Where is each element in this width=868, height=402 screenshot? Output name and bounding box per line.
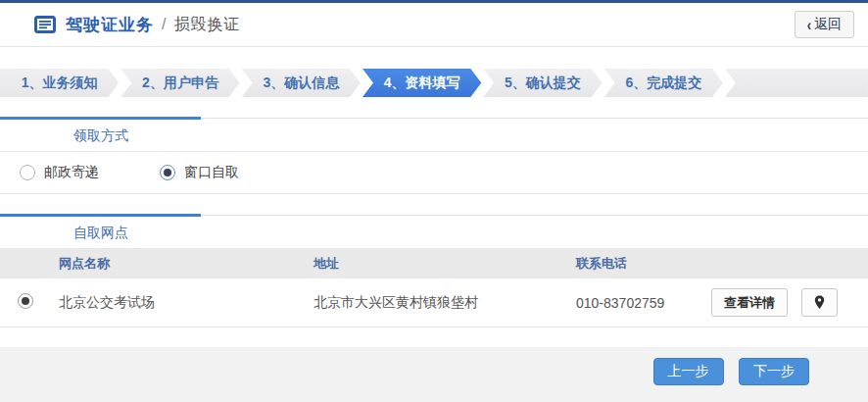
outlet-phone: 010-83702759 <box>576 295 711 311</box>
radio-option-window-pickup[interactable]: 窗口自取 <box>160 164 239 181</box>
outlet-address: 北京市大兴区黄村镇狼垡村 <box>313 294 576 312</box>
back-button-label: 返回 <box>814 16 842 33</box>
radio-postal-label: 邮政寄递 <box>44 164 99 181</box>
outlet-radio-checked-icon[interactable] <box>18 293 33 309</box>
radio-checked-icon[interactable] <box>160 165 175 180</box>
pickup-method-title: 领取方式 <box>0 127 128 143</box>
outlet-select-cell <box>0 293 39 312</box>
page: 驾驶证业务 / 损毁换证 ‹ 返回 1、业务须知 2、用户申告 3、确认信息 4… <box>0 0 868 402</box>
outlets-col-phone: 联系电话 <box>576 255 711 273</box>
pickup-method-section: 领取方式 邮政寄递 窗口自取 <box>0 118 868 194</box>
pickup-outlets-header: 自取网点 <box>0 215 868 249</box>
pickup-method-options: 邮政寄递 窗口自取 <box>0 152 868 194</box>
breadcrumb-separator: / <box>162 16 166 33</box>
outlet-table-row: 北京公交考试场 北京市大兴区黄村镇狼垡村 010-83702759 查看详情 <box>0 278 868 327</box>
step-tab-3[interactable]: 3、确认信息 <box>242 69 361 97</box>
radio-option-postal-delivery[interactable]: 邮政寄递 <box>20 164 99 181</box>
pickup-outlets-title: 自取网点 <box>0 225 128 240</box>
map-pin-button[interactable] <box>801 288 838 317</box>
page-title: 驾驶证业务 <box>66 14 154 36</box>
step-tab-6[interactable]: 6、完成提交 <box>604 69 723 97</box>
pickup-method-header: 领取方式 <box>0 118 868 152</box>
step-tab-5[interactable]: 5、确认提交 <box>483 69 602 97</box>
step-nav-filler <box>725 69 868 97</box>
step-tab-1[interactable]: 1、业务须知 <box>0 69 119 97</box>
radio-window-label: 窗口自取 <box>184 164 239 181</box>
outlets-col-address: 地址 <box>313 255 576 273</box>
step-nav: 1、业务须知 2、用户申告 3、确认信息 4、资料填写 5、确认提交 6、完成提… <box>0 69 868 97</box>
back-chevron-icon: ‹ <box>807 16 811 33</box>
pickup-outlets-section: 自取网点 网点名称 地址 联系电话 北京公交考试场 北京市大兴区黄村镇狼垡村 0… <box>0 215 868 327</box>
next-step-button[interactable]: 下一步 <box>739 358 809 385</box>
view-details-button[interactable]: 查看详情 <box>711 288 788 317</box>
license-card-icon <box>34 16 56 33</box>
outlets-col-name: 网点名称 <box>39 255 313 273</box>
step-tab-2[interactable]: 2、用户申告 <box>121 69 239 97</box>
outlet-actions: 查看详情 <box>711 288 868 317</box>
outlet-name: 北京公交考试场 <box>39 294 313 312</box>
outlets-table-header: 网点名称 地址 联系电话 <box>0 249 868 278</box>
page-header: 驾驶证业务 / 损毁换证 ‹ 返回 <box>0 3 868 47</box>
map-pin-icon <box>814 295 825 310</box>
prev-step-button[interactable]: 上一步 <box>653 358 724 385</box>
step-tab-4-active[interactable]: 4、资料填写 <box>362 69 481 97</box>
footer-bar: 上一步 下一步 <box>0 347 868 402</box>
radio-unchecked-icon[interactable] <box>20 165 35 180</box>
back-button[interactable]: ‹ 返回 <box>795 11 854 38</box>
breadcrumb-current: 损毁换证 <box>173 15 240 35</box>
